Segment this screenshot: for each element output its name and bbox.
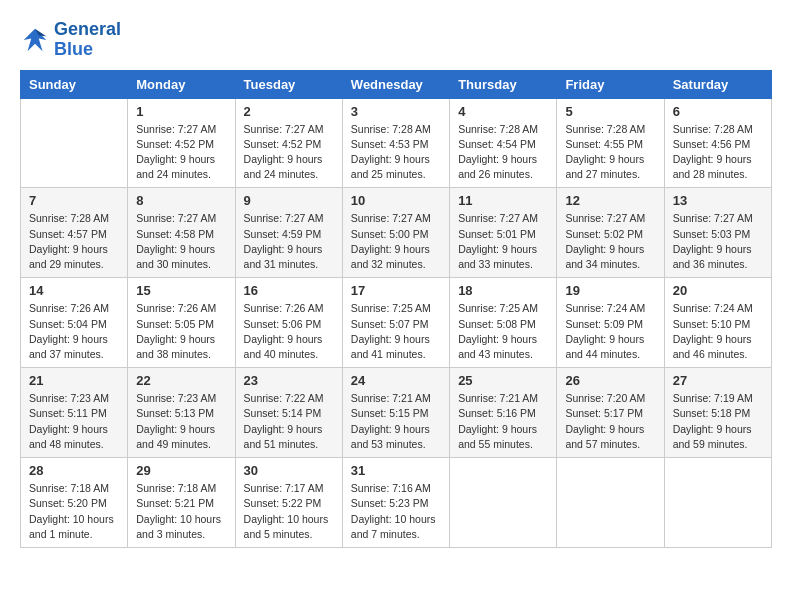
- day-number: 28: [29, 463, 119, 478]
- calendar-cell: 25Sunrise: 7:21 AM Sunset: 5:16 PM Dayli…: [450, 368, 557, 458]
- day-info: Sunrise: 7:27 AM Sunset: 5:01 PM Dayligh…: [458, 211, 548, 272]
- day-info: Sunrise: 7:28 AM Sunset: 4:54 PM Dayligh…: [458, 122, 548, 183]
- calendar-cell: 12Sunrise: 7:27 AM Sunset: 5:02 PM Dayli…: [557, 188, 664, 278]
- calendar-header-row: SundayMondayTuesdayWednesdayThursdayFrid…: [21, 70, 772, 98]
- day-info: Sunrise: 7:26 AM Sunset: 5:06 PM Dayligh…: [244, 301, 334, 362]
- day-number: 17: [351, 283, 441, 298]
- day-number: 9: [244, 193, 334, 208]
- calendar-cell: 26Sunrise: 7:20 AM Sunset: 5:17 PM Dayli…: [557, 368, 664, 458]
- day-info: Sunrise: 7:24 AM Sunset: 5:09 PM Dayligh…: [565, 301, 655, 362]
- day-info: Sunrise: 7:26 AM Sunset: 5:05 PM Dayligh…: [136, 301, 226, 362]
- day-number: 22: [136, 373, 226, 388]
- calendar-cell: 5Sunrise: 7:28 AM Sunset: 4:55 PM Daylig…: [557, 98, 664, 188]
- calendar-cell: 30Sunrise: 7:17 AM Sunset: 5:22 PM Dayli…: [235, 458, 342, 548]
- weekday-header-tuesday: Tuesday: [235, 70, 342, 98]
- day-number: 16: [244, 283, 334, 298]
- calendar-cell: 17Sunrise: 7:25 AM Sunset: 5:07 PM Dayli…: [342, 278, 449, 368]
- day-info: Sunrise: 7:23 AM Sunset: 5:13 PM Dayligh…: [136, 391, 226, 452]
- calendar-cell: 14Sunrise: 7:26 AM Sunset: 5:04 PM Dayli…: [21, 278, 128, 368]
- day-number: 11: [458, 193, 548, 208]
- day-info: Sunrise: 7:21 AM Sunset: 5:16 PM Dayligh…: [458, 391, 548, 452]
- page-header: General Blue: [20, 20, 772, 60]
- day-info: Sunrise: 7:28 AM Sunset: 4:56 PM Dayligh…: [673, 122, 763, 183]
- calendar-cell: 2Sunrise: 7:27 AM Sunset: 4:52 PM Daylig…: [235, 98, 342, 188]
- weekday-header-saturday: Saturday: [664, 70, 771, 98]
- calendar-cell: 1Sunrise: 7:27 AM Sunset: 4:52 PM Daylig…: [128, 98, 235, 188]
- day-number: 12: [565, 193, 655, 208]
- day-info: Sunrise: 7:27 AM Sunset: 5:00 PM Dayligh…: [351, 211, 441, 272]
- calendar-cell: 23Sunrise: 7:22 AM Sunset: 5:14 PM Dayli…: [235, 368, 342, 458]
- day-info: Sunrise: 7:20 AM Sunset: 5:17 PM Dayligh…: [565, 391, 655, 452]
- day-number: 30: [244, 463, 334, 478]
- calendar-cell: 27Sunrise: 7:19 AM Sunset: 5:18 PM Dayli…: [664, 368, 771, 458]
- day-number: 20: [673, 283, 763, 298]
- weekday-header-monday: Monday: [128, 70, 235, 98]
- calendar-week-row: 14Sunrise: 7:26 AM Sunset: 5:04 PM Dayli…: [21, 278, 772, 368]
- logo-icon: [20, 25, 50, 55]
- day-info: Sunrise: 7:27 AM Sunset: 4:58 PM Dayligh…: [136, 211, 226, 272]
- svg-marker-0: [24, 29, 47, 52]
- calendar-cell: 4Sunrise: 7:28 AM Sunset: 4:54 PM Daylig…: [450, 98, 557, 188]
- calendar-cell: 6Sunrise: 7:28 AM Sunset: 4:56 PM Daylig…: [664, 98, 771, 188]
- calendar-cell: 19Sunrise: 7:24 AM Sunset: 5:09 PM Dayli…: [557, 278, 664, 368]
- day-number: 5: [565, 104, 655, 119]
- calendar-cell: 11Sunrise: 7:27 AM Sunset: 5:01 PM Dayli…: [450, 188, 557, 278]
- day-info: Sunrise: 7:25 AM Sunset: 5:08 PM Dayligh…: [458, 301, 548, 362]
- calendar-week-row: 1Sunrise: 7:27 AM Sunset: 4:52 PM Daylig…: [21, 98, 772, 188]
- calendar-week-row: 28Sunrise: 7:18 AM Sunset: 5:20 PM Dayli…: [21, 458, 772, 548]
- day-number: 21: [29, 373, 119, 388]
- day-info: Sunrise: 7:24 AM Sunset: 5:10 PM Dayligh…: [673, 301, 763, 362]
- calendar-table: SundayMondayTuesdayWednesdayThursdayFrid…: [20, 70, 772, 548]
- day-number: 1: [136, 104, 226, 119]
- calendar-cell: 24Sunrise: 7:21 AM Sunset: 5:15 PM Dayli…: [342, 368, 449, 458]
- weekday-header-sunday: Sunday: [21, 70, 128, 98]
- calendar-cell: 20Sunrise: 7:24 AM Sunset: 5:10 PM Dayli…: [664, 278, 771, 368]
- calendar-cell: 22Sunrise: 7:23 AM Sunset: 5:13 PM Dayli…: [128, 368, 235, 458]
- day-number: 4: [458, 104, 548, 119]
- calendar-cell: 15Sunrise: 7:26 AM Sunset: 5:05 PM Dayli…: [128, 278, 235, 368]
- logo: General Blue: [20, 20, 121, 60]
- day-info: Sunrise: 7:16 AM Sunset: 5:23 PM Dayligh…: [351, 481, 441, 542]
- day-number: 23: [244, 373, 334, 388]
- day-number: 19: [565, 283, 655, 298]
- calendar-cell: 29Sunrise: 7:18 AM Sunset: 5:21 PM Dayli…: [128, 458, 235, 548]
- day-info: Sunrise: 7:23 AM Sunset: 5:11 PM Dayligh…: [29, 391, 119, 452]
- day-info: Sunrise: 7:19 AM Sunset: 5:18 PM Dayligh…: [673, 391, 763, 452]
- day-info: Sunrise: 7:25 AM Sunset: 5:07 PM Dayligh…: [351, 301, 441, 362]
- day-info: Sunrise: 7:18 AM Sunset: 5:21 PM Dayligh…: [136, 481, 226, 542]
- day-number: 15: [136, 283, 226, 298]
- calendar-cell: 16Sunrise: 7:26 AM Sunset: 5:06 PM Dayli…: [235, 278, 342, 368]
- weekday-header-friday: Friday: [557, 70, 664, 98]
- calendar-cell: [557, 458, 664, 548]
- day-number: 14: [29, 283, 119, 298]
- day-number: 7: [29, 193, 119, 208]
- day-info: Sunrise: 7:28 AM Sunset: 4:57 PM Dayligh…: [29, 211, 119, 272]
- day-info: Sunrise: 7:28 AM Sunset: 4:55 PM Dayligh…: [565, 122, 655, 183]
- day-number: 27: [673, 373, 763, 388]
- day-number: 24: [351, 373, 441, 388]
- day-number: 26: [565, 373, 655, 388]
- day-number: 10: [351, 193, 441, 208]
- day-number: 25: [458, 373, 548, 388]
- day-info: Sunrise: 7:26 AM Sunset: 5:04 PM Dayligh…: [29, 301, 119, 362]
- day-number: 31: [351, 463, 441, 478]
- day-number: 13: [673, 193, 763, 208]
- calendar-cell: [21, 98, 128, 188]
- calendar-cell: 9Sunrise: 7:27 AM Sunset: 4:59 PM Daylig…: [235, 188, 342, 278]
- day-info: Sunrise: 7:21 AM Sunset: 5:15 PM Dayligh…: [351, 391, 441, 452]
- day-info: Sunrise: 7:17 AM Sunset: 5:22 PM Dayligh…: [244, 481, 334, 542]
- calendar-week-row: 7Sunrise: 7:28 AM Sunset: 4:57 PM Daylig…: [21, 188, 772, 278]
- calendar-cell: 10Sunrise: 7:27 AM Sunset: 5:00 PM Dayli…: [342, 188, 449, 278]
- calendar-cell: [664, 458, 771, 548]
- day-info: Sunrise: 7:27 AM Sunset: 4:59 PM Dayligh…: [244, 211, 334, 272]
- day-info: Sunrise: 7:27 AM Sunset: 4:52 PM Dayligh…: [136, 122, 226, 183]
- day-info: Sunrise: 7:27 AM Sunset: 5:02 PM Dayligh…: [565, 211, 655, 272]
- calendar-cell: 7Sunrise: 7:28 AM Sunset: 4:57 PM Daylig…: [21, 188, 128, 278]
- day-number: 8: [136, 193, 226, 208]
- calendar-cell: 3Sunrise: 7:28 AM Sunset: 4:53 PM Daylig…: [342, 98, 449, 188]
- day-number: 6: [673, 104, 763, 119]
- calendar-week-row: 21Sunrise: 7:23 AM Sunset: 5:11 PM Dayli…: [21, 368, 772, 458]
- calendar-cell: 21Sunrise: 7:23 AM Sunset: 5:11 PM Dayli…: [21, 368, 128, 458]
- calendar-cell: 28Sunrise: 7:18 AM Sunset: 5:20 PM Dayli…: [21, 458, 128, 548]
- calendar-cell: 13Sunrise: 7:27 AM Sunset: 5:03 PM Dayli…: [664, 188, 771, 278]
